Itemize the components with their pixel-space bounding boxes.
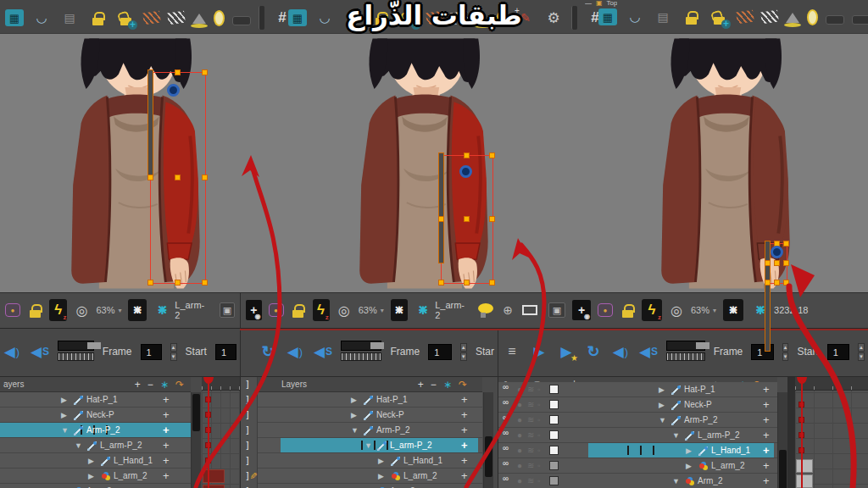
row-toggle-icon[interactable]: ≋ (527, 461, 534, 470)
target-icon[interactable]: ◎ (337, 300, 352, 320)
speaker-icon[interactable]: ◀ (612, 342, 629, 361)
add-layer-icon[interactable]: + (163, 424, 170, 436)
selection-handle[interactable] (175, 69, 181, 75)
start-input[interactable]: 1 (827, 344, 849, 360)
frame-stepper[interactable]: ▲▼ (460, 343, 467, 360)
expand-arrow-icon[interactable]: ▶ (378, 457, 384, 465)
collapse-arrow-icon[interactable]: ▼ (364, 441, 372, 450)
solo-checkbox[interactable] (549, 415, 559, 424)
speaker-s-icon[interactable]: ◀ (314, 342, 332, 361)
speaker-icon[interactable]: ◀ (3, 343, 20, 361)
lock-icon[interactable] (291, 300, 306, 320)
frame-input[interactable]: 1 (428, 344, 451, 360)
target-icon[interactable]: ◎ (74, 300, 89, 320)
rotate-icon[interactable]: ↷ (459, 379, 467, 391)
row-toggle-icon[interactable]: ◦ (537, 400, 541, 409)
layer-row-Arm_2[interactable]: ▼Arm_2+ (0, 484, 191, 488)
add-icon[interactable]: + (135, 379, 141, 391)
loop-icon[interactable]: ↻ (259, 342, 276, 361)
layer-row-L_arm_2[interactable]: ▶L_arm_2+ (0, 469, 191, 484)
add-layer-icon[interactable]: + (461, 439, 468, 452)
row-toggle-icon[interactable]: ● (517, 385, 522, 394)
frame-input[interactable]: 1 (141, 344, 162, 360)
add-layer-icon[interactable]: + (763, 474, 770, 487)
layer-row-Hat-P_1[interactable]: ▶Hat-P_1+ (258, 392, 482, 408)
camera-icon[interactable]: ▣ (548, 302, 565, 318)
onion-icon[interactable]: ⊕ (500, 300, 515, 320)
layer-row-L_arm-P_2[interactable]: ▼L_arm-P_2+ (0, 438, 191, 453)
frame-box-icon[interactable] (522, 305, 537, 315)
selection-handle[interactable] (489, 152, 495, 158)
selection-handle[interactable] (489, 216, 495, 222)
volume-slider[interactable] (58, 341, 94, 363)
rotate-icon[interactable]: ↷ (175, 379, 184, 391)
expand-data-icon[interactable]: ∞ (503, 443, 509, 452)
expand-data-icon[interactable]: ∞ (503, 413, 509, 422)
row-toggle-icon[interactable]: ≋ (527, 400, 534, 409)
add-layer-icon[interactable]: + (163, 439, 170, 452)
speech-icon[interactable]: ● (269, 303, 284, 317)
layer-row-Hat-P_1[interactable]: ▶Hat-P_1+ (0, 392, 191, 408)
layer-row-L_arm-P_2[interactable]: ▼L_arm-P_2+ (258, 438, 482, 453)
selection-handle[interactable] (774, 280, 780, 286)
layer-row-L_Hand_1[interactable]: ▶L_Hand_1+ (0, 453, 191, 469)
row-toggle-icon[interactable]: ◦ (537, 430, 541, 440)
bolt-icon[interactable]: ϟ (49, 299, 67, 321)
selection-handle[interactable] (147, 175, 153, 180)
expand-arrow-icon[interactable]: ▶ (88, 472, 94, 480)
pencil-icon[interactable]: ✎ (248, 472, 259, 480)
layer-row-Arm-P_2[interactable]: ▼Arm-P_2+∞●≋◦ (498, 413, 777, 428)
row-toggle-icon[interactable]: ● (517, 476, 522, 485)
solo-checkbox[interactable] (549, 430, 559, 440)
speech-icon[interactable]: ● (598, 303, 613, 317)
remove-icon[interactable]: − (147, 379, 153, 391)
expand-arrow-icon[interactable]: ▶ (351, 411, 357, 419)
layer-row-L_Hand_1[interactable]: ▶L_Hand_1+ (258, 453, 482, 469)
selection-handle[interactable] (175, 280, 181, 286)
add-layer-icon[interactable]: + (163, 454, 170, 467)
pivot-point[interactable] (771, 246, 783, 258)
row-toggle-icon[interactable]: ≋ (527, 385, 534, 394)
expand-arrow-icon[interactable]: ▶ (686, 446, 692, 455)
bulb-icon[interactable] (478, 303, 493, 313)
selection-handle[interactable] (765, 280, 771, 286)
add-layer-icon[interactable]: + (163, 485, 170, 488)
layer-row-L_arm_2[interactable]: ▶L_arm_2+∞●≋◦ (498, 458, 777, 474)
selection-handle[interactable] (783, 241, 789, 247)
solo-checkbox[interactable] (549, 446, 559, 455)
add-layer-icon[interactable]: + (763, 459, 770, 472)
selection-handle[interactable] (774, 260, 780, 266)
layers-scrollbar[interactable] (777, 392, 787, 488)
menu-icon[interactable]: ≡ (504, 342, 520, 361)
flower-icon[interactable] (415, 299, 431, 321)
row-toggle-icon[interactable]: ◦ (537, 385, 541, 394)
selection-handle[interactable] (783, 260, 789, 266)
add-layer-icon[interactable]: + (163, 408, 170, 421)
expand-arrow-icon[interactable]: ▶ (659, 385, 665, 394)
play-star-icon[interactable]: ▶ (558, 342, 575, 361)
row-toggle-icon[interactable]: ≋ (527, 446, 534, 455)
speaker-s-icon[interactable]: ◀ (31, 343, 49, 361)
selection-handle[interactable] (202, 69, 208, 75)
expand-data-icon[interactable]: ∞ (503, 397, 509, 407)
frame-track[interactable] (795, 377, 868, 488)
row-toggle-icon[interactable]: ≋ (527, 415, 534, 424)
collapse-arrow-icon[interactable]: ▼ (672, 431, 680, 440)
expand-arrow-icon[interactable]: ▶ (686, 462, 692, 470)
selection-handle[interactable] (783, 280, 789, 286)
start-stepper[interactable]: ▲▼ (858, 343, 865, 360)
zoom-dropdown-icon[interactable]: ▾ (381, 307, 384, 314)
zoom-dropdown-icon[interactable]: ▾ (713, 307, 716, 314)
selection-handle[interactable] (438, 280, 444, 286)
exposure-block[interactable] (203, 485, 225, 488)
pivot-point[interactable] (459, 165, 472, 178)
loop-icon[interactable]: ↻ (585, 342, 602, 361)
expand-arrow-icon[interactable]: ▶ (88, 457, 94, 465)
add-icon[interactable]: + (418, 379, 424, 391)
layer-row-Arm-P_2[interactable]: ▼Arm-P_2+ (258, 423, 482, 438)
collapse-arrow-icon[interactable]: ▼ (75, 441, 82, 450)
selection-handle[interactable] (489, 280, 495, 286)
zoom-dropdown-icon[interactable]: ▾ (118, 307, 121, 314)
layer-row-L_Hand_1[interactable]: ▶L_Hand_1+∞●≋◦ (498, 443, 777, 458)
expand-data-icon[interactable]: ∞ (503, 474, 509, 483)
